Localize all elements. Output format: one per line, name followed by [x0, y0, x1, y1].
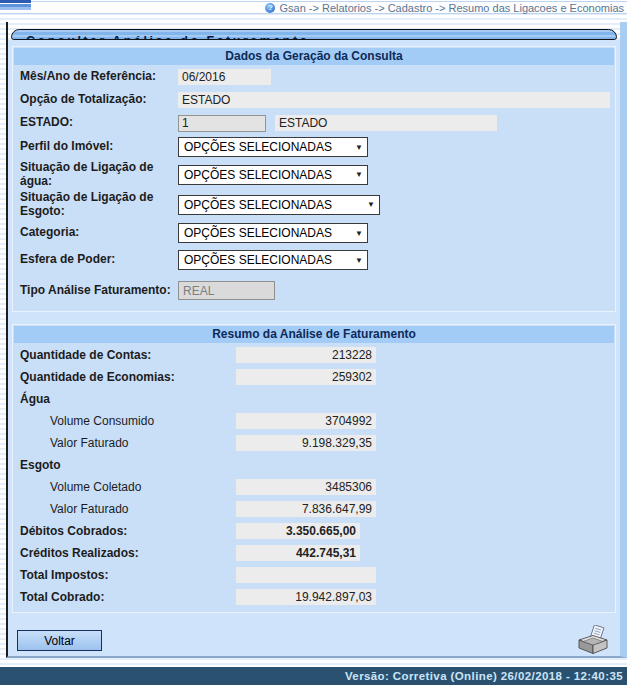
ligacao-agua-select[interactable]: OPÇÕES SELECIONADAS ▼ — [178, 165, 368, 185]
perfil-select-value: OPÇÕES SELECIONADAS — [184, 140, 332, 154]
top-strip: ? Gsan -> Relatorios -> Cadastro -> Resu… — [0, 0, 627, 22]
ligacao-esgoto-select-value: OPÇÕES SELECIONADAS — [184, 198, 332, 212]
summary-label: Valor Faturado — [20, 436, 236, 450]
field-row-ligacao-esgoto: Situação de Ligação de Esgoto: OPÇÕES SE… — [13, 190, 615, 219]
page-content: Dados da Geração da Consulta Mês/Ano de … — [8, 40, 620, 656]
tipo-analise-input: REAL — [178, 281, 275, 300]
field-row-esfera: Esfera de Poder: OPÇÕES SELECIONADAS ▼ — [13, 247, 615, 273]
field-row-ligacao-agua: Situação de Ligação de água: OPÇÕES SELE… — [13, 160, 615, 189]
summary-group-esgoto: Esgoto — [13, 454, 615, 476]
summary-value: 3.350.665,00 — [236, 523, 360, 539]
page-title: Consultar Análise do Faturamento — [11, 29, 617, 40]
breadcrumb: ? Gsan -> Relatorios -> Cadastro -> Resu… — [0, 1, 627, 14]
chevron-down-icon: ▼ — [367, 200, 375, 209]
summary-group-label: Água — [20, 392, 236, 406]
summary-panel-title: Resumo da Análise de Faturamento — [14, 326, 614, 343]
breadcrumb-text: Gsan -> Relatorios -> Cadastro -> Resumo… — [279, 2, 624, 14]
summary-value: 9.198.329,35 — [236, 435, 376, 451]
summary-row-total-cobrado: Total Cobrado: 19.942.897,03 — [13, 586, 615, 608]
chevron-down-icon: ▼ — [355, 256, 363, 265]
totalization-value: ESTADO — [178, 92, 610, 108]
summary-label: Total Cobrado: — [20, 590, 236, 604]
categoria-label: Categoria: — [20, 226, 178, 240]
summary-row-economias: Quantidade de Economias: 259302 — [13, 366, 615, 388]
summary-value: 3485306 — [236, 479, 376, 495]
field-row-tipo-analise: Tipo Análise Faturamento: REAL — [13, 274, 615, 307]
categoria-select[interactable]: OPÇÕES SELECIONADAS ▼ — [178, 223, 368, 243]
summary-label: Débitos Cobrados: — [20, 524, 236, 538]
categoria-select-value: OPÇÕES SELECIONADAS — [184, 226, 332, 240]
ligacao-agua-label: Situação de Ligação de água: — [20, 161, 178, 189]
summary-group-agua: Água — [13, 388, 615, 410]
version-status-bar: Versão: Corretiva (Online) 26/02/2018 - … — [0, 667, 627, 685]
main-frame: Consultar Análise do Faturamento Dados d… — [6, 22, 627, 658]
help-icon[interactable]: ? — [265, 3, 275, 13]
ligacao-esgoto-label: Situação de Ligação de Esgoto: — [20, 191, 178, 219]
query-data-panel: Dados da Geração da Consulta Mês/Ano de … — [12, 46, 616, 312]
totalization-label: Opção de Totalização: — [20, 93, 178, 107]
summary-label: Créditos Realizados: — [20, 546, 236, 560]
reference-value: 06/2016 — [178, 69, 271, 85]
summary-row-impostos: Total Impostos: — [13, 564, 615, 586]
summary-label: Valor Faturado — [20, 502, 236, 516]
summary-label: Quantidade de Economias: — [20, 370, 236, 384]
chevron-down-icon: ▼ — [355, 143, 363, 152]
footer-gap — [0, 658, 627, 667]
back-button[interactable]: Voltar — [17, 630, 102, 651]
summary-label: Total Impostos: — [20, 568, 236, 582]
perfil-select[interactable]: OPÇÕES SELECIONADAS ▼ — [178, 137, 368, 157]
field-row-totalization: Opção de Totalização: ESTADO — [13, 89, 615, 111]
field-row-reference: Mês/Ano de Referência: 06/2016 — [13, 66, 615, 88]
summary-label: Volume Consumido — [20, 414, 236, 428]
actions-bar: Voltar — [12, 613, 616, 656]
estado-name-value: ESTADO — [275, 115, 497, 131]
field-row-perfil: Perfil do Imóvel: OPÇÕES SELECIONADAS ▼ — [13, 135, 615, 159]
estado-label: ESTADO: — [20, 116, 178, 130]
reference-label: Mês/Ano de Referência: — [20, 70, 178, 84]
summary-row-creditos: Créditos Realizados: 442.745,31 — [13, 542, 615, 564]
summary-row-volume-consumido: Volume Consumido 3704992 — [13, 410, 615, 432]
field-row-estado: ESTADO: 1 ESTADO — [13, 112, 615, 134]
estado-code-input: 1 — [178, 115, 266, 132]
summary-row-valor-faturado-agua: Valor Faturado 9.198.329,35 — [13, 432, 615, 454]
summary-panel: Resumo da Análise de Faturamento Quantid… — [12, 324, 616, 613]
summary-value — [236, 567, 376, 583]
print-icon[interactable] — [576, 625, 610, 656]
summary-value: 442.745,31 — [236, 545, 360, 561]
chevron-down-icon: ▼ — [355, 229, 363, 238]
summary-value: 19.942.897,03 — [236, 589, 376, 605]
ligacao-esgoto-select[interactable]: OPÇÕES SELECIONADAS ▼ — [178, 195, 380, 215]
summary-row-debitos: Débitos Cobrados: 3.350.665,00 — [13, 520, 615, 542]
summary-row-contas: Quantidade de Contas: 213228 — [13, 344, 615, 366]
field-row-categoria: Categoria: OPÇÕES SELECIONADAS ▼ — [13, 220, 615, 246]
esfera-label: Esfera de Poder: — [20, 253, 178, 267]
summary-value: 3704992 — [236, 413, 376, 429]
summary-value: 213228 — [236, 347, 376, 363]
summary-value: 7.836.647,99 — [236, 501, 376, 517]
query-panel-title: Dados da Geração da Consulta — [14, 48, 614, 65]
summary-group-label: Esgoto — [20, 458, 236, 472]
summary-row-valor-faturado-esgoto: Valor Faturado 7.836.647,99 — [13, 498, 615, 520]
perfil-label: Perfil do Imóvel: — [20, 140, 178, 154]
summary-row-volume-coletado: Volume Coletado 3485306 — [13, 476, 615, 498]
summary-label: Volume Coletado — [20, 480, 236, 494]
esfera-select-value: OPÇÕES SELECIONADAS — [184, 253, 332, 267]
summary-value: 259302 — [236, 369, 376, 385]
esfera-select[interactable]: OPÇÕES SELECIONADAS ▼ — [178, 250, 368, 270]
chevron-down-icon: ▼ — [355, 170, 363, 179]
ligacao-agua-select-value: OPÇÕES SELECIONADAS — [184, 168, 332, 182]
summary-label: Quantidade de Contas: — [20, 348, 236, 362]
tipo-analise-label: Tipo Análise Faturamento: — [20, 284, 178, 298]
gsan-logo-icon — [0, 0, 31, 10]
